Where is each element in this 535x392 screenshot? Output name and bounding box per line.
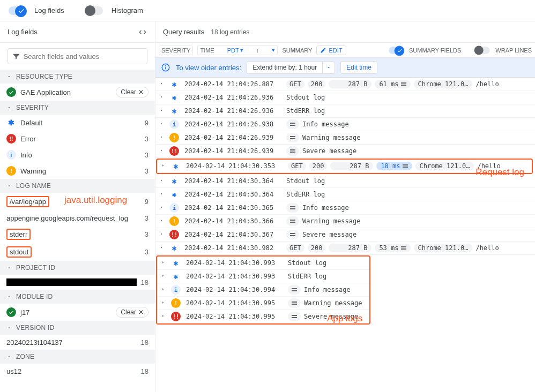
- chevron-up-icon: [6, 354, 12, 359]
- expand-row-icon[interactable]: [160, 313, 166, 320]
- expand-row-icon[interactable]: [159, 120, 164, 128]
- resource-type-row[interactable]: GAE Application Clear ✕: [0, 84, 155, 101]
- severity-warning-icon: !: [169, 133, 179, 142]
- expand-row-icon[interactable]: [159, 217, 164, 225]
- logname-row[interactable]: /var/log/appjava.util.logging 9: [0, 193, 155, 210]
- clear-module-id[interactable]: Clear ✕: [116, 307, 148, 318]
- search-input-wrap[interactable]: [8, 48, 147, 64]
- http-method: GET: [286, 80, 304, 88]
- log-row[interactable]: ✱ 2024-02-14 21:04:30.982 GET 200 287 B …: [155, 242, 535, 255]
- user-agent: Chrome 121.0…: [415, 162, 474, 170]
- expand-row-icon[interactable]: [160, 273, 166, 280]
- zone-row[interactable]: us12 18: [0, 364, 155, 379]
- expand-row-icon[interactable]: [159, 191, 164, 198]
- search-input[interactable]: [24, 52, 143, 61]
- expand-icon[interactable]: [138, 27, 147, 37]
- log-row[interactable]: !! 2024-02-14 21:04:30.367 Severe messag…: [155, 228, 535, 242]
- severity-row[interactable]: ✱ Default 9: [0, 115, 155, 131]
- section-module-id[interactable]: Module ID: [0, 290, 155, 304]
- log-lines-icon[interactable]: [286, 146, 299, 156]
- log-lines-icon[interactable]: [286, 230, 299, 239]
- log-lines-icon[interactable]: [286, 216, 299, 226]
- log-row[interactable]: ✱ 2024-02-14 21:04:26.936 StdERR log: [155, 104, 535, 118]
- log-lines-icon[interactable]: [288, 285, 301, 295]
- logname-row[interactable]: appengine.googleapis.com/request_log 3: [0, 210, 155, 225]
- log-lines-icon[interactable]: [286, 133, 299, 142]
- expand-row-icon[interactable]: [159, 80, 164, 88]
- log-row[interactable]: ✱ 2024-02-14 21:04:30.993 Stdout log: [157, 257, 369, 270]
- col-severity[interactable]: Severity: [159, 46, 193, 55]
- section-zone[interactable]: Zone: [0, 350, 155, 364]
- severity-row[interactable]: i Info 3: [0, 147, 155, 163]
- expand-row-icon[interactable]: [159, 204, 164, 212]
- timestamp: 2024-02-14 21:04:30.367: [184, 231, 281, 238]
- timestamp: 2024-02-14 21:04:30.365: [184, 204, 281, 212]
- expand-row-icon[interactable]: [159, 107, 164, 115]
- log-message: Warning message: [302, 217, 360, 225]
- log-lines-icon[interactable]: [286, 203, 299, 213]
- info-icon: [161, 63, 170, 72]
- log-lines-icon[interactable]: [288, 312, 301, 321]
- extend-time-button[interactable]: Extend time by: 1 hour: [247, 61, 322, 74]
- expand-row-icon[interactable]: [159, 177, 164, 185]
- log-row[interactable]: !! 2024-02-14 21:04:26.939 Severe messag…: [155, 145, 535, 158]
- expand-row-icon[interactable]: [160, 259, 166, 267]
- module-id-row[interactable]: j17 Clear ✕: [0, 304, 155, 321]
- expand-row-icon[interactable]: [159, 231, 164, 238]
- section-version-id[interactable]: Version ID: [0, 321, 155, 335]
- log-row[interactable]: ✱ 2024-02-14 21:04:30.993 StdERR log: [157, 270, 369, 283]
- log-row[interactable]: i 2024-02-14 21:04:30.365 Info message: [155, 201, 535, 215]
- col-time[interactable]: Time PDT ▾ ↑ ▾: [197, 45, 278, 55]
- http-size: 287 B: [329, 244, 371, 252]
- log-message: Stdout log: [286, 94, 325, 101]
- dropdown-icon[interactable]: ▾: [272, 47, 275, 54]
- sort-asc-icon[interactable]: ↑: [256, 47, 259, 54]
- toggle-histogram[interactable]: [86, 6, 103, 15]
- severity-row[interactable]: !! Error 3: [0, 131, 155, 147]
- sidebar-title: Log fields: [8, 28, 38, 36]
- summary-edit[interactable]: Edit: [316, 46, 346, 55]
- expand-row-icon[interactable]: [160, 286, 166, 293]
- log-row[interactable]: ✱ 2024-02-14 21:04:26.936 Stdout log: [155, 91, 535, 104]
- toggle-wrap-lines[interactable]: [475, 47, 490, 54]
- timezone-dropdown[interactable]: PDT ▾: [227, 47, 243, 54]
- expand-row-icon[interactable]: [159, 134, 164, 141]
- project-id-row[interactable]: 18: [0, 275, 155, 290]
- expand-row-icon[interactable]: [159, 94, 164, 101]
- severity-default-icon: ✱: [171, 258, 181, 268]
- toggle-summary-fields[interactable]: [389, 47, 403, 54]
- expand-row-icon[interactable]: [159, 244, 164, 252]
- extend-time-dropdown[interactable]: [322, 61, 335, 74]
- log-lines-icon[interactable]: [286, 119, 299, 129]
- log-row[interactable]: i 2024-02-14 21:04:26.938 Info message: [155, 118, 535, 131]
- toggle-log-fields[interactable]: [9, 6, 26, 15]
- logname-row[interactable]: stderr 3: [0, 225, 155, 243]
- log-row[interactable]: ✱ 2024-02-14 21:04:30.364 StdERR log: [155, 188, 535, 201]
- logname-row[interactable]: stdout 3: [0, 243, 155, 261]
- section-resource-type[interactable]: Resource type: [0, 70, 155, 84]
- chevron-up-icon: [6, 105, 12, 110]
- expand-row-icon[interactable]: [160, 299, 166, 307]
- version-id-row[interactable]: 20240213t104137 18: [0, 335, 155, 350]
- timestamp: 2024-02-14 21:04:26.936: [184, 94, 281, 101]
- log-row[interactable]: ! 2024-02-14 21:04:26.939 Warning messag…: [155, 131, 535, 145]
- severity-count: 9: [145, 119, 148, 127]
- log-lines-icon[interactable]: [288, 298, 301, 308]
- expand-row-icon[interactable]: [159, 147, 164, 155]
- log-row[interactable]: ✱ 2024-02-14 21:04:26.887 GET 200 287 B …: [155, 78, 535, 91]
- section-project-id[interactable]: Project ID: [0, 261, 155, 275]
- edit-time-button[interactable]: Edit time: [340, 61, 377, 74]
- expand-row-icon[interactable]: [160, 162, 166, 170]
- section-severity[interactable]: Severity: [0, 101, 155, 115]
- severity-default-icon: ✱: [169, 176, 179, 186]
- clear-resource-type[interactable]: Clear ✕: [116, 87, 148, 97]
- log-message: Info message: [302, 204, 349, 212]
- log-message: Severe message: [302, 231, 356, 238]
- log-row[interactable]: ! 2024-02-14 21:04:30.366 Warning messag…: [155, 215, 535, 228]
- timestamp: 2024-02-14 21:04:30.364: [184, 177, 281, 185]
- project-id-value: [6, 278, 137, 286]
- section-log-name[interactable]: Log name: [0, 179, 155, 193]
- severity-row[interactable]: ! Warning 3: [0, 163, 155, 179]
- log-row[interactable]: i 2024-02-14 21:04:30.994 Info message: [157, 283, 369, 297]
- log-row[interactable]: ! 2024-02-14 21:04:30.995 Warning messag…: [157, 297, 369, 310]
